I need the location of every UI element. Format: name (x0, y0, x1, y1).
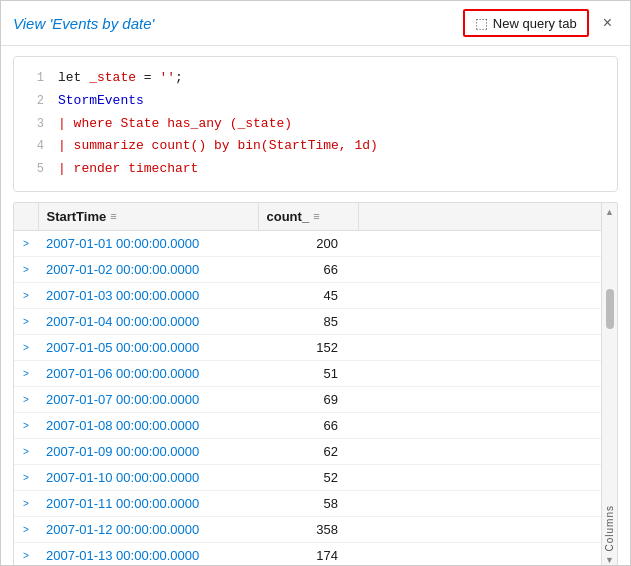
row-starttime-cell: 2007-01-01 00:00:00.0000 (38, 230, 258, 256)
row-count-cell: 58 (258, 490, 358, 516)
row-rest-cell (358, 464, 617, 490)
row-starttime-cell: 2007-01-04 00:00:00.0000 (38, 308, 258, 334)
line-number-5: 5 (24, 160, 44, 179)
row-count-cell: 62 (258, 438, 358, 464)
side-panel: ▲ Columns ▼ (601, 203, 617, 566)
row-rest-cell (358, 542, 617, 566)
row-expand-cell[interactable]: > (14, 386, 38, 412)
line-number-1: 1 (24, 69, 44, 88)
starttime-col-menu-icon[interactable]: ≡ (110, 210, 116, 222)
row-expand-cell[interactable]: > (14, 542, 38, 566)
code-line-1: 1 let _state = ''; (14, 67, 617, 90)
row-rest-cell (358, 386, 617, 412)
row-count-cell: 85 (258, 308, 358, 334)
row-count-cell: 358 (258, 516, 358, 542)
table-row[interactable]: >2007-01-02 00:00:00.000066 (14, 256, 617, 282)
query-code-block: 1 let _state = ''; 2 StormEvents 3 | whe… (13, 56, 618, 192)
table-row[interactable]: >2007-01-06 00:00:00.000051 (14, 360, 617, 386)
row-rest-cell (358, 256, 617, 282)
row-starttime-cell: 2007-01-06 00:00:00.0000 (38, 360, 258, 386)
row-expand-cell[interactable]: > (14, 230, 38, 256)
results-table-wrapper[interactable]: StartTime ≡ count_ ≡ >2007-01-01 00:00:0… (14, 203, 617, 566)
row-starttime-cell: 2007-01-09 00:00:00.0000 (38, 438, 258, 464)
title-prefix: View (13, 15, 49, 32)
table-row[interactable]: >2007-01-07 00:00:00.000069 (14, 386, 617, 412)
row-starttime-cell: 2007-01-05 00:00:00.0000 (38, 334, 258, 360)
row-rest-cell (358, 230, 617, 256)
row-count-cell: 45 (258, 282, 358, 308)
dialog-header: View 'Events by date' ⬚ New query tab × (1, 1, 630, 46)
view-title: View 'Events by date' (13, 15, 154, 32)
row-expand-cell[interactable]: > (14, 308, 38, 334)
row-count-cell: 152 (258, 334, 358, 360)
row-expand-cell[interactable]: > (14, 490, 38, 516)
new-query-tab-button[interactable]: ⬚ New query tab (463, 9, 589, 37)
row-starttime-cell: 2007-01-03 00:00:00.0000 (38, 282, 258, 308)
line-number-4: 4 (24, 137, 44, 156)
line-number-2: 2 (24, 92, 44, 111)
table-row[interactable]: >2007-01-05 00:00:00.0000152 (14, 334, 617, 360)
results-table: StartTime ≡ count_ ≡ >2007-01-01 00:00:0… (14, 203, 617, 566)
row-starttime-cell: 2007-01-07 00:00:00.0000 (38, 386, 258, 412)
title-value: 'Events by date' (49, 15, 154, 32)
row-count-cell: 66 (258, 412, 358, 438)
row-rest-cell (358, 334, 617, 360)
row-starttime-cell: 2007-01-13 00:00:00.0000 (38, 542, 258, 566)
row-count-cell: 51 (258, 360, 358, 386)
code-content-3: | where State has_any (_state) (58, 114, 292, 135)
header-actions: ⬚ New query tab × (463, 9, 618, 37)
col-expand-header (14, 203, 38, 231)
columns-label[interactable]: Columns (604, 505, 615, 551)
row-count-cell: 52 (258, 464, 358, 490)
scroll-down-icon[interactable]: ▼ (605, 555, 614, 566)
row-rest-cell (358, 412, 617, 438)
code-line-4: 4 | summarize count() by bin(StartTime, … (14, 135, 617, 158)
table-header-row: StartTime ≡ count_ ≡ (14, 203, 617, 231)
row-expand-cell[interactable]: > (14, 464, 38, 490)
row-rest-cell (358, 516, 617, 542)
code-line-2: 2 StormEvents (14, 90, 617, 113)
row-rest-cell (358, 360, 617, 386)
count-col-menu-icon[interactable]: ≡ (313, 210, 319, 222)
line-number-3: 3 (24, 115, 44, 134)
row-rest-cell (358, 490, 617, 516)
new-query-tab-label: New query tab (493, 16, 577, 31)
row-count-cell: 66 (258, 256, 358, 282)
close-button[interactable]: × (597, 12, 618, 34)
row-expand-cell[interactable]: > (14, 516, 38, 542)
code-content-1: let _state = ''; (58, 68, 183, 89)
count-col-label: count_ (267, 209, 310, 224)
row-starttime-cell: 2007-01-08 00:00:00.0000 (38, 412, 258, 438)
row-expand-cell[interactable]: > (14, 438, 38, 464)
table-row[interactable]: >2007-01-09 00:00:00.000062 (14, 438, 617, 464)
row-expand-cell[interactable]: > (14, 412, 38, 438)
row-expand-cell[interactable]: > (14, 256, 38, 282)
table-row[interactable]: >2007-01-08 00:00:00.000066 (14, 412, 617, 438)
row-starttime-cell: 2007-01-12 00:00:00.0000 (38, 516, 258, 542)
starttime-col-label: StartTime (47, 209, 107, 224)
results-table-container: StartTime ≡ count_ ≡ >2007-01-01 00:00:0… (13, 202, 618, 566)
scroll-thumb (606, 289, 614, 329)
table-row[interactable]: >2007-01-11 00:00:00.000058 (14, 490, 617, 516)
row-rest-cell (358, 438, 617, 464)
col-rest-header (358, 203, 617, 231)
row-count-cell: 200 (258, 230, 358, 256)
row-expand-cell[interactable]: > (14, 334, 38, 360)
code-content-2: StormEvents (58, 91, 144, 112)
table-row[interactable]: >2007-01-12 00:00:00.0000358 (14, 516, 617, 542)
table-row[interactable]: >2007-01-10 00:00:00.000052 (14, 464, 617, 490)
table-row[interactable]: >2007-01-04 00:00:00.000085 (14, 308, 617, 334)
scroll-track (602, 217, 617, 505)
new-tab-icon: ⬚ (475, 15, 488, 31)
row-count-cell: 174 (258, 542, 358, 566)
scroll-up-icon[interactable]: ▲ (605, 203, 614, 217)
table-row[interactable]: >2007-01-03 00:00:00.000045 (14, 282, 617, 308)
row-count-cell: 69 (258, 386, 358, 412)
row-expand-cell[interactable]: > (14, 282, 38, 308)
table-row[interactable]: >2007-01-01 00:00:00.0000200 (14, 230, 617, 256)
table-row[interactable]: >2007-01-13 00:00:00.0000174 (14, 542, 617, 566)
row-rest-cell (358, 308, 617, 334)
row-starttime-cell: 2007-01-02 00:00:00.0000 (38, 256, 258, 282)
code-line-3: 3 | where State has_any (_state) (14, 113, 617, 136)
row-expand-cell[interactable]: > (14, 360, 38, 386)
